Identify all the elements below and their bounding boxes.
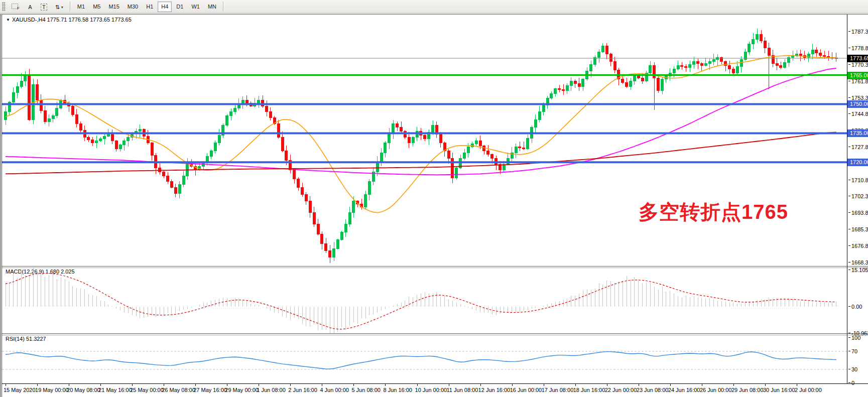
timeframe-button-w1[interactable]: W1 [188,2,203,12]
time-label: 26 Jun 00:00 [700,387,732,393]
candle-body [151,143,153,156]
tick-dash [848,196,850,196]
toolbar-grip-icon[interactable] [2,2,6,11]
time-label: 15 May 2020 [4,387,36,393]
text-box-button[interactable]: T [37,2,51,12]
candle-body [424,135,426,139]
time-label: 19 May 00:00 [35,387,69,393]
candle-body [542,105,545,112]
time-tick [575,384,576,386]
candle-body [214,143,216,151]
time-tick [733,384,734,386]
timeframe-button-m30[interactable]: M30 [124,2,142,12]
time-label: 26 May 08:00 [162,387,195,393]
timeframe-button-h1[interactable]: H1 [143,2,157,12]
candle-body [657,78,660,90]
candle-body [412,137,414,143]
time-tick [480,384,481,386]
candle-body [527,138,529,149]
candle-body [186,162,189,176]
candle-body [768,48,770,55]
candle-body [570,81,572,86]
time-label: 2 Jul 00:00 [795,387,822,393]
chart-area[interactable]: ▼XAUUSD-,H4 1775.71 1776.58 1773.65 1773… [0,14,868,397]
candle-body [463,153,466,159]
candle-body [534,119,537,127]
candle-body [325,244,327,251]
candle-body [123,141,126,145]
candle-body [218,135,220,143]
time-tick [132,384,133,386]
candle-body [139,129,141,131]
pane-separator[interactable] [2,333,868,335]
candle-body [182,176,185,184]
time-tick [449,384,449,386]
candle-body [364,194,367,207]
candle-body [811,50,814,54]
candle-body [554,89,557,94]
tick-dash [848,306,850,307]
price-tick-label: 1676.85 [848,242,868,249]
candle-body [673,69,675,73]
candle-body [574,81,576,84]
candle-body [384,143,387,153]
macd-pane[interactable] [2,267,847,333]
candle-body [697,61,699,63]
candle-body [20,81,23,87]
text-label-button[interactable]: A [24,2,36,12]
chart-shift-button[interactable]: F [8,1,23,12]
timeframe-button-m5[interactable]: M5 [89,2,104,12]
candle-body [170,182,173,188]
tick-dash [848,333,850,333]
price-tick-label: 1787.35 [848,28,868,35]
candle-body [277,123,280,137]
rsi-tick-label: 0 [848,379,854,386]
timeframe-button-m15[interactable]: M15 [105,2,122,12]
candle-body [594,58,596,65]
candle-body [475,141,477,144]
candle-body [115,141,117,149]
candle-body [780,65,782,67]
candle-body [716,58,719,60]
candle-body [91,140,94,143]
candle-body [736,66,738,73]
macd-tick-label: 0.00 [848,303,862,310]
timeframe-button-h4[interactable]: H4 [158,2,172,12]
pane-separator[interactable] [2,266,868,268]
candle-body [313,213,315,224]
price-tick-label: 1727.85 [848,144,868,151]
candle-body [519,147,521,148]
icon-glyph: F [17,6,20,11]
time-label: 23 Jun 08:00 [637,387,669,393]
timeframe-button-d1[interactable]: D1 [173,2,187,12]
tick-dash [848,81,850,81]
candle-body [28,75,31,120]
candle-body [48,118,50,121]
candle-body [329,250,331,257]
timeframe-button-mn[interactable]: MN [204,2,220,12]
macd-histogram [6,267,836,333]
ma-line-medium [6,68,836,175]
time-label: 2 Jun 16:00 [288,387,317,393]
main-price-chart[interactable] [2,15,847,266]
time-label: 16 Jun 00:00 [510,387,542,393]
candle-body [819,53,822,56]
time-label: 29 May 00:00 [225,387,259,393]
time-tick [6,384,6,386]
candle-body [75,115,78,123]
candle-body [16,87,19,93]
timeframe-button-m1[interactable]: M1 [74,2,88,12]
tick-dash [848,270,850,270]
candle-body [447,151,450,158]
indicator-sort-button[interactable]: ⇅▾ [52,2,67,13]
candle-body [266,106,268,112]
macd-tick-label: 15.105 [848,267,868,274]
candle-body [230,112,232,116]
candle-body [269,112,272,118]
time-tick [100,384,101,386]
candle-body [352,201,355,213]
rsi-pane[interactable] [2,334,847,383]
candle-body [601,46,604,52]
time-label: 21 May 16:00 [98,387,132,393]
candle-body [178,185,181,193]
